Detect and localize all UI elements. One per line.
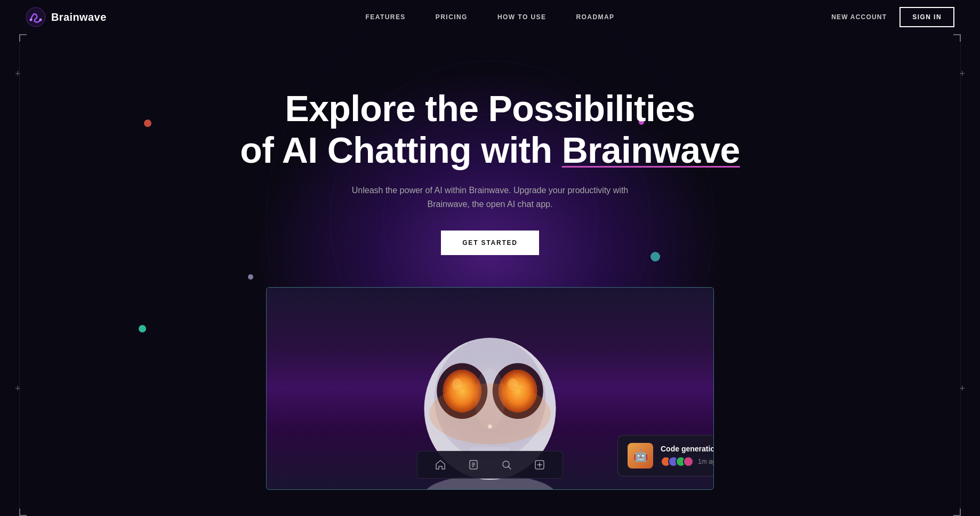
logo-icon xyxy=(26,7,46,27)
preview-toolbar xyxy=(417,451,563,479)
hero-title: Explore the Possibilities of AI Chatting… xyxy=(240,88,740,171)
nav-right: NEW ACCOUNT SIGN IN xyxy=(831,7,954,27)
new-account-link[interactable]: NEW ACCOUNT xyxy=(831,13,887,21)
nav-link-how-to-use[interactable]: HOW TO USE xyxy=(497,13,547,21)
svg-point-1 xyxy=(30,19,33,21)
plus-tl: + xyxy=(15,69,21,78)
hero-subtitle: Unleash the power of AI within Brainwave… xyxy=(341,184,639,211)
svg-point-2 xyxy=(39,19,42,21)
code-gen-card: 🤖 Code generation 1m ago xyxy=(617,435,714,477)
hero-title-line2: of AI Chatting with Brainwave xyxy=(240,129,740,171)
nav-link-features[interactable]: FEATURES xyxy=(366,13,406,21)
code-gen-info: Code generation 1m ago xyxy=(661,444,714,467)
logo-text: Brainwave xyxy=(51,11,107,23)
hero-title-line1: Explore the Possibilities xyxy=(285,88,695,129)
corner-br xyxy=(953,509,961,516)
corner-tl xyxy=(19,34,27,42)
plus-tr: + xyxy=(959,69,965,78)
nav-link-roadmap[interactable]: ROADMAP xyxy=(576,13,614,21)
sign-in-button[interactable]: SIGN IN xyxy=(899,7,954,27)
hero-section: + + + + Explore the Possibilities of AI … xyxy=(0,34,980,516)
svg-line-28 xyxy=(509,466,511,469)
preview-container: 🤖 Code generation 1m ago xyxy=(266,287,714,490)
toolbar-search-icon[interactable] xyxy=(501,459,512,471)
code-gen-meta: 1m ago xyxy=(661,456,714,467)
plus-br: + xyxy=(959,384,965,393)
code-gen-time: 1m ago xyxy=(698,458,714,465)
code-gen-thumbnail: 🤖 xyxy=(628,443,653,469)
toolbar-add-icon[interactable] xyxy=(534,459,545,471)
corner-bl xyxy=(19,509,27,516)
code-gen-title: Code generation xyxy=(661,444,714,453)
code-gen-avatars xyxy=(661,456,694,467)
orb-gray xyxy=(248,274,253,280)
hero-title-pre-brand: of AI Chatting with xyxy=(240,130,552,170)
get-started-button[interactable]: GET STARTED xyxy=(441,231,539,255)
hero-brand: Brainwave xyxy=(562,130,740,170)
plus-bl: + xyxy=(15,384,21,393)
nav-link-pricing[interactable]: PRICING xyxy=(436,13,468,21)
logo[interactable]: Brainwave xyxy=(26,7,107,27)
navigation: Brainwave FEATURES PRICING HOW TO USE RO… xyxy=(0,0,980,34)
hero-content: Explore the Possibilities of AI Chatting… xyxy=(133,88,846,255)
avatar-4 xyxy=(683,456,694,467)
orb-green1 xyxy=(139,325,146,332)
nav-links: FEATURES PRICING HOW TO USE ROADMAP xyxy=(366,13,615,21)
toolbar-note-icon[interactable] xyxy=(468,459,479,471)
svg-point-0 xyxy=(26,7,45,27)
svg-point-22 xyxy=(429,383,551,444)
corner-tr xyxy=(953,34,961,42)
toolbar-home-icon[interactable] xyxy=(435,459,446,471)
